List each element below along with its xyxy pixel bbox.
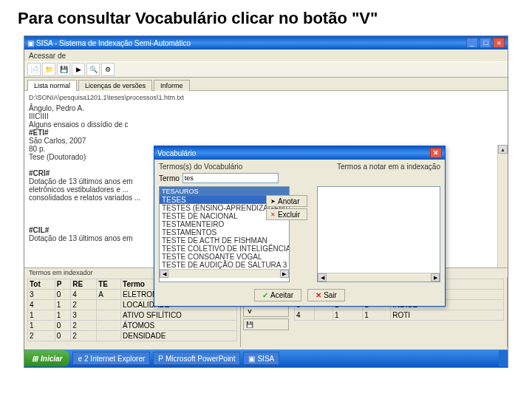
tab-listanormal[interactable]: Lista normal (27, 80, 77, 91)
table-row[interactable]: 113ATIVO SFILÍTICO (28, 310, 237, 321)
scroll-right-icon[interactable]: ▶ (280, 270, 289, 278)
doc-line1: Alguns ensaios o dissídio de c (29, 120, 503, 129)
taskbar: ⊞ Iniciar e2 Internet Explorer PMicrosof… (24, 349, 508, 367)
doc-vscrollbar[interactable]: ▲ ▼ (497, 145, 508, 268)
excluir-modal-button[interactable]: ✕Excluir (266, 208, 307, 220)
toolbar-icon-3[interactable]: 💾 (57, 63, 70, 76)
table-row[interactable]: 202DENSIDADE (28, 331, 237, 341)
taskbar-item[interactable]: e2 Internet Explorer (72, 352, 150, 365)
scroll-left-icon[interactable]: ◀ (160, 270, 168, 278)
vocabulario-dialog: Vocabulário ✕ Termos(s) do Vocabulário T… (154, 146, 446, 307)
list-item[interactable]: TESTAMENTEIRO (160, 220, 289, 228)
tab-licencas[interactable]: Licenças de versões (78, 80, 152, 91)
list-item[interactable]: TESTE DE ACTH DE FISHMAN (160, 236, 289, 245)
tab-informe[interactable]: Informe (154, 80, 190, 91)
lth3[interactable]: TE (97, 279, 121, 290)
taskbar-item[interactable]: ▣SISA (243, 352, 279, 365)
lth1[interactable]: P (55, 279, 71, 290)
scroll-up-icon[interactable]: ▲ (498, 145, 508, 154)
termo-label: Termo (159, 174, 180, 183)
list-item[interactable]: TESTE DE AUDIÇÃO DE SALTURA 3 (160, 261, 289, 269)
doc-cri: #CRI# (29, 169, 50, 177)
close-button[interactable]: ✕ (493, 38, 505, 48)
doc-filetag: IIICIIII (29, 112, 503, 120)
ie-icon: e (78, 355, 82, 363)
sair-button[interactable]: ✕Sair (307, 289, 345, 301)
scroll-right-icon[interactable]: ▶ (431, 273, 440, 282)
app-icon: ▣ (248, 355, 255, 363)
app-title-text: SISA - Sistema de Indexação Semi-Automát… (36, 39, 191, 47)
dialog-footer: ✓Aceitar ✕Sair (154, 285, 445, 306)
windows-icon: ⊞ (32, 355, 38, 363)
dialog-body: Termos(s) do Vocabulário Termos a notar … (154, 160, 445, 285)
list-item[interactable]: TESTAMENTOS (160, 228, 289, 236)
dialog-titlebar: Vocabulário ✕ (154, 146, 445, 160)
v-button[interactable]: V (243, 305, 289, 317)
anotar-button[interactable]: ➤Anotar (266, 195, 307, 207)
toolbar-icon-2[interactable]: 📁 (42, 63, 55, 76)
arrow-right-icon: ➤ (269, 197, 276, 205)
system-tray[interactable] (499, 350, 508, 366)
ppt-icon: P (158, 355, 163, 363)
toolbar-icon-6[interactable]: ⚙ (101, 63, 115, 76)
menubar: Acessar de (24, 50, 508, 61)
doc-author: Ângulo, Pedro A. (29, 104, 503, 112)
menu-acessar[interactable]: Acessar de (29, 52, 66, 60)
list-item[interactable]: TESTE COLETIVO DE INTELIGÊNCIA PARA ADUL (160, 245, 289, 253)
toolbar-icon-5[interactable]: 🔍 (86, 63, 100, 76)
tabstrip: Lista normal Licenças de versões Informe (24, 78, 508, 91)
table-row[interactable]: 411ROTI (295, 310, 504, 321)
save-button[interactable]: 💾 (243, 318, 289, 330)
maximize-button[interactable]: ☐ (480, 38, 491, 48)
x-icon: ✕ (269, 211, 276, 218)
lth2[interactable]: RE (71, 279, 97, 290)
x-icon: ✕ (316, 291, 321, 299)
list-item[interactable]: TESTE CONSOANTE VOGAL (160, 253, 289, 261)
annotation-listbox[interactable]: ◀▶ (317, 186, 440, 282)
toolbar: 📄 📁 💾 ▶ 🔍 ⚙ (24, 61, 508, 78)
scroll-left-icon[interactable]: ◀ (318, 273, 327, 282)
app-icon: ▣ (27, 39, 34, 47)
app-titlebar: ▣ SISA - Sistema de Indexação Semi-Autom… (24, 36, 508, 50)
doc-path: D:\SONIA\pesquisa1201.1\teses\processos\… (29, 94, 503, 101)
start-button[interactable]: ⊞ Iniciar (24, 350, 69, 366)
check-icon: ✓ (262, 291, 268, 299)
left-label: Termos(s) do Vocabulário (159, 163, 242, 171)
app-window: ▣ SISA - Sistema de Indexação Semi-Autom… (24, 35, 508, 368)
toolbar-icon-1[interactable]: 📄 (27, 63, 41, 76)
termo-input[interactable] (183, 173, 279, 183)
dialog-title: Vocabulário (157, 149, 430, 157)
toolbar-icon-4[interactable]: ▶ (72, 63, 85, 76)
app-title: ▣ SISA - Sistema de Indexação Semi-Autom… (27, 39, 466, 47)
taskbar-item[interactable]: PMicrosoft PowerPoint (153, 352, 240, 365)
doc-cil: #CIL# (29, 226, 49, 234)
table-row[interactable]: 102ÁTOMOS (28, 321, 237, 331)
save-icon: 💾 (246, 321, 253, 328)
v-icon: V (246, 307, 253, 315)
dialog-close-button[interactable]: ✕ (430, 148, 442, 158)
doc-eti: #ETI# (29, 129, 49, 137)
doc-loc: São Carlos, 2007 (29, 137, 503, 145)
minimize-button[interactable]: _ (466, 38, 478, 48)
aceitar-button[interactable]: ✓Aceitar (254, 289, 301, 301)
right-label: Termos a notar em a indexação (337, 163, 440, 171)
slide-title: Para consultar Vocabulário clicar no bot… (0, 0, 532, 34)
lth0[interactable]: Tot (28, 279, 55, 290)
